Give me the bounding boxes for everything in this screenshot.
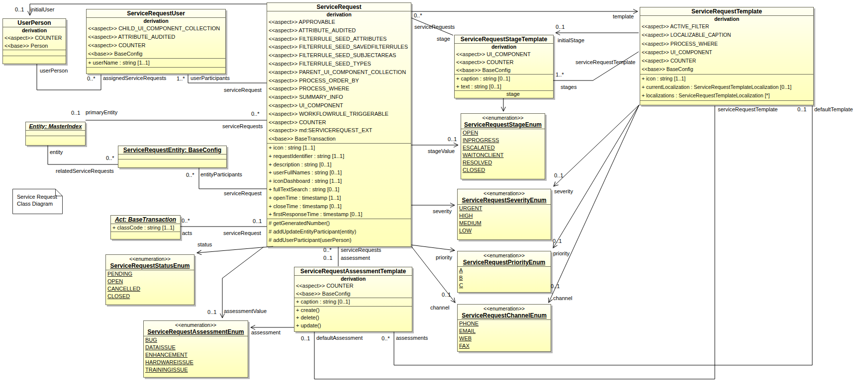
enum-title: ServiceRequestAssessmentEnum <box>144 328 248 336</box>
enum-value: RESOLVED <box>461 159 545 166</box>
operation-row: + update() <box>294 322 412 330</box>
operations-compartment: + create()+ delete()+ update() <box>294 306 412 331</box>
attributes-compartment <box>118 154 226 159</box>
edge-label: primaryEntity <box>86 109 117 116</box>
enum-servicerequestpriorityenum[interactable]: <<enumeration>> ServiceRequestPriorityEn… <box>457 251 551 293</box>
enum-value: B <box>458 274 551 282</box>
stereotype-derivation: derivation <box>267 11 411 18</box>
class-servicerequestentity[interactable]: ServiceRequestEntity: BaseConfig <box>118 146 227 168</box>
attribute-row: + fullTextSearch : string [0..1] <box>267 185 411 194</box>
edge-label: 0..1 <box>442 292 451 298</box>
stereotype-row: <<aspect>> ATTRIBUTE_AUDITED <box>267 26 411 35</box>
stereotype-row: <<aspect>> COUNTER <box>267 118 411 127</box>
enum-value: ESCALATED <box>461 144 545 152</box>
assoc-priority-sr[interactable] <box>411 245 455 250</box>
operations-compartment <box>87 67 225 74</box>
enum-value: TRAININGISSUE <box>144 366 248 374</box>
enum-value: A <box>458 267 551 274</box>
edge-label: 0..1 <box>556 24 565 30</box>
edge-label: assessment <box>341 255 370 261</box>
class-title: UserPerson <box>3 19 66 27</box>
edge-label: 0..* <box>182 218 190 224</box>
edge-label: 0..* <box>106 155 114 161</box>
operations-compartment <box>3 56 66 64</box>
enumeration-stereotype: <<enumeration>> <box>461 114 545 121</box>
stereotype-row: <<aspect>> WORKFLOWRULE_TRIGGERABLE <box>267 110 411 118</box>
enum-servicerequestchannelenum[interactable]: <<enumeration>> ServiceRequestChannelEnu… <box>457 304 551 352</box>
stereotype-row: <<aspect>> PARENT_UI_COMPONENT_COLLECTIO… <box>267 68 411 77</box>
stereotype-row: <<base>> BaseTransaction <box>267 135 411 143</box>
class-title: ServiceRequestUser <box>87 9 225 17</box>
enum-value: INPROGRESS <box>461 137 545 144</box>
assoc-template-severity[interactable] <box>554 105 639 186</box>
assoc-assessmentvalue[interactable] <box>222 247 264 318</box>
class-act-basetransaction[interactable]: Act: BaseTransaction + classCode : strin… <box>110 215 181 239</box>
enum-title: ServiceRequestStatusEnum <box>106 262 194 270</box>
stereotype-compartment: derivation <<aspect>> CHILD_UI_COMPONENT… <box>87 17 225 58</box>
edge-label: serviceRequest <box>223 230 261 236</box>
stereotype-row: <<aspect>> PROCESS_WHERE <box>640 40 813 48</box>
class-servicerequeststagetemplate[interactable]: ServiceRequestStageTemplate derivation <… <box>454 35 554 98</box>
diagram-note[interactable]: Service RequestClass Diagram <box>12 189 63 214</box>
edge-label: 0..1 <box>797 106 806 113</box>
edge-label: 0..1 <box>554 172 563 179</box>
enum-servicerequeststageenum[interactable]: <<enumeration>> ServiceRequestStageEnum … <box>461 113 545 179</box>
attribute-row: + requestIdentifier : string [1..1] <box>267 152 411 160</box>
edge-label: 0..1 <box>71 110 80 116</box>
enum-servicerequestassessmentenum[interactable]: <<enumeration>> ServiceRequestAssessment… <box>143 320 248 378</box>
class-servicerequesttemplate[interactable]: ServiceRequestTemplate derivation <<aspe… <box>640 7 814 105</box>
enum-servicerequeststatusenum[interactable]: <<enumeration>> ServiceRequestStatusEnum… <box>105 254 194 305</box>
attributes-compartment: + caption : string [0..1]+ text : string… <box>455 74 553 90</box>
edge-label: assessment <box>251 329 281 336</box>
stereotype-row: <<base>> BaseConfig <box>87 50 225 58</box>
edge-label: 0..1 <box>207 309 216 315</box>
operation-row: # addUserParticipant(userPerson) <box>267 236 411 244</box>
class-userperson[interactable]: UserPerson derivation <<aspect>> COUNTER… <box>2 18 66 64</box>
stereotype-row: <<aspect>> PROCESS_ORDER_BY <box>267 77 411 85</box>
attribute-row: + classCode : string [1..1] <box>111 224 180 232</box>
stereotype-compartment: derivation <<aspect>> COUNTER<<base>> Ba… <box>294 275 412 298</box>
class-title: ServiceRequest <box>267 3 411 11</box>
enum-value: PHONE <box>458 320 551 327</box>
edge-label: 1..* <box>177 76 185 82</box>
attribute-row: + description : string [0..1] <box>267 160 411 169</box>
operations-compartment <box>455 90 553 98</box>
stereotype-row: <<aspect>> COUNTER <box>3 34 66 42</box>
edge-label: 0..* <box>87 76 96 82</box>
enum-value: URGENT <box>458 205 551 212</box>
stereotype-row: <<base>> BaseConfig <box>640 65 813 74</box>
stereotype-row: <<aspect>> COUNTER <box>87 41 225 50</box>
edge-label: serviceRequests <box>341 247 381 253</box>
edge-label: initialStage <box>558 37 584 44</box>
enum-value: WAITONCLIENT <box>461 152 545 159</box>
attribute-row: + caption : string [0..1] <box>455 75 553 82</box>
assoc-stages-servicerequesttemplate[interactable] <box>553 52 639 80</box>
edge-label: priority <box>553 250 570 257</box>
stereotype-row: <<base>> BaseConfig <box>294 290 412 298</box>
class-title: ServiceRequestEntity: BaseConfig <box>118 146 226 154</box>
enumeration-stereotype: <<enumeration>> <box>106 255 194 262</box>
enum-servicerequestseverityenum[interactable]: <<enumeration>> ServiceRequestSeverityEn… <box>457 189 551 240</box>
stereotype-row: <<aspect>> LOCALIZABLE_CAPTION <box>640 31 813 39</box>
enum-title: ServiceRequestStageEnum <box>461 121 545 129</box>
attribute-row: + icon : string [1..1] <box>640 75 813 83</box>
enum-values-compartment: ABC <box>458 266 551 292</box>
class-servicerequest[interactable]: ServiceRequest derivation <<aspect>> APP… <box>267 2 411 247</box>
class-servicerequestuser[interactable]: ServiceRequestUser derivation <<aspect>>… <box>86 9 226 74</box>
class-entity-masterindex[interactable]: Entity: MasterIndex <box>25 122 86 146</box>
edge-label: serviceRequest <box>224 87 262 93</box>
edge-label: defaultTemplate <box>814 106 853 113</box>
edge-label: assessments <box>396 335 428 341</box>
assoc-template-channel[interactable] <box>549 105 639 303</box>
stereotype-row: <<aspect>> FILTERRULE_SEED_SUBJECTAREAS <box>267 51 411 60</box>
class-servicerequestassessmenttemplate[interactable]: ServiceRequestAssessmentTemplate derivat… <box>294 267 412 332</box>
enum-value: OPEN <box>461 129 545 137</box>
class-title: ServiceRequestStageTemplate <box>455 35 553 43</box>
enum-title: ServiceRequestSeverityEnum <box>458 197 551 204</box>
assoc-template-priority[interactable] <box>553 105 639 248</box>
edge-label: 0..* <box>414 12 422 19</box>
stereotype-row: <<aspect>> CHILD_UI_COMPONENT_COLLECTION <box>87 24 225 33</box>
edge-label: priority <box>436 254 452 261</box>
edge-label: stage <box>437 36 450 42</box>
edge-label: template <box>613 13 634 20</box>
